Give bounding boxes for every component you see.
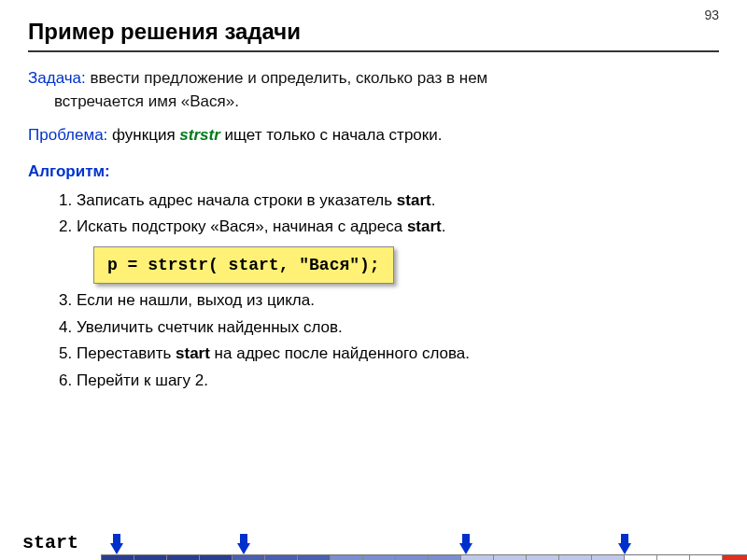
string-cell: В [102,555,134,560]
algo-step-bold: start [176,344,210,362]
problem-block: Проблема: функция strstr ищет только с н… [28,124,719,147]
algo-step-post: на адрес после найденного слова. [210,344,470,362]
algo-step-text: Переставить [77,344,176,362]
string-cell: В [494,555,527,560]
string-cell: и [265,555,298,560]
string-cell: а [134,555,167,560]
algo-step: Переставить start на адрес после найденн… [77,343,719,366]
code-box: p = strstr( start, "Вася"); [93,246,394,284]
start-pointer-label: start [22,532,78,553]
start-arrow-tip-icon [459,543,472,554]
algorithm-label: Алгоритм: [28,161,719,184]
algorithm-list: Записать адрес начала строки в указатель… [77,189,719,393]
algo-step-bold: start [407,217,442,235]
start-arrow-icon [462,534,470,543]
task-text-2: встречается имя «Вася». [54,91,719,114]
algo-step: Перейти к шагу 2. [77,370,719,393]
algo-step-text: Перейти к шагу 2. [77,371,208,389]
algo-step-text: Записать адрес начала строки в указатель [77,191,397,209]
algo-step-post: . [442,217,446,235]
content-area: Задача: ввести предложение и определить,… [28,67,719,393]
task-text-1: ввести предложение и определить, сколько… [86,69,488,87]
algo-step: Записать адрес начала строки в указатель… [77,189,719,213]
string-cell: я [429,555,461,560]
string-cell [461,555,494,560]
start-arrow-icon [621,534,628,543]
algo-step: Увеличить счетчик найденных слов. [77,316,719,340]
string-cell: с [559,555,592,560]
title-underline [28,50,719,52]
string-cell: с [396,555,429,560]
task-block: Задача: ввести предложение и определить,… [28,67,719,113]
algo-step-text: Увеличить счетчик найденных слов. [77,318,343,336]
algo-step-text: Если не нашли, выход из цикла. [77,291,315,309]
string-cells: Вася и Вася Вася!!!\0 [101,554,747,560]
start-arrow-tip-icon [237,543,250,554]
problem-suffix: ищет только с начала строки. [220,126,443,144]
problem-func: strstr [179,126,219,144]
algorithm-block: Алгоритм: Записать адрес начала строки в… [28,161,719,393]
algo-step-bold: start [397,191,431,209]
string-cell: а [527,555,559,560]
string-cell: ! [690,555,723,560]
problem-prefix: функция [107,126,179,144]
string-cell: я [200,555,233,560]
start-arrow-tip-icon [110,543,123,554]
string-cell: я [592,555,625,560]
string-cell: ! [625,555,657,560]
string-cell: а [363,555,396,560]
string-cell: \0 [723,555,747,560]
string-cell: В [331,555,363,560]
start-arrow-icon [113,534,120,543]
problem-label: Проблема: [28,126,107,144]
page-number: 93 [704,7,719,22]
string-cell: ! [657,555,690,560]
task-label: Задача: [28,69,86,87]
string-cell [233,555,265,560]
algo-step-post: . [431,191,436,209]
start-arrow-tip-icon [618,543,631,554]
page-title: Пример решения задачи [28,19,747,45]
algo-step: Искать подстроку «Вася», начиная с адрес… [77,216,719,239]
string-cell [298,555,331,560]
start-arrow-icon [240,534,247,543]
string-cell: с [167,555,200,560]
algo-step-text: Искать подстроку «Вася», начиная с адрес… [77,217,407,235]
algo-step: Если не нашли, выход из цикла. [77,289,719,313]
